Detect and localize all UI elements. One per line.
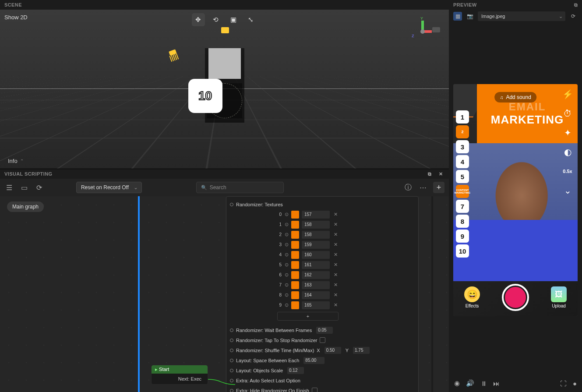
- show-2d-toggle[interactable]: Show 2D: [4, 14, 28, 21]
- upload-button[interactable]: 🖼 Upload: [551, 286, 567, 308]
- hide-checkbox[interactable]: [312, 388, 317, 392]
- texture-swatch[interactable]: [291, 251, 299, 259]
- move-tool[interactable]: ✥: [192, 13, 205, 26]
- rank-item[interactable]: 22: [456, 125, 469, 138]
- rank-item[interactable]: 5: [456, 170, 469, 183]
- randomizer-node[interactable]: Randomizer: Textures 0 ⊙ 157 ✕1 ⊙ 158 ✕2…: [226, 196, 419, 392]
- link-icon[interactable]: ⊙: [284, 232, 289, 237]
- search-input[interactable]: Search: [196, 182, 284, 193]
- space-value[interactable]: 85.00: [303, 357, 325, 364]
- rank-item[interactable]: CONTENT MARKETING6: [456, 185, 469, 198]
- refresh-icon[interactable]: ⟳: [569, 12, 578, 21]
- flash-icon[interactable]: ⚡: [562, 88, 573, 100]
- effects-button[interactable]: 😄 Effects: [464, 286, 480, 308]
- tap-stop-checkbox[interactable]: [320, 337, 325, 343]
- rank-item[interactable]: 7: [456, 200, 469, 213]
- remove-texture-button[interactable]: ✕: [332, 252, 339, 258]
- more-icon[interactable]: ⋯: [418, 183, 428, 192]
- texture-swatch[interactable]: [291, 221, 299, 229]
- texture-swatch[interactable]: [291, 291, 299, 299]
- input-port[interactable]: [230, 369, 233, 372]
- rank-item[interactable]: 3: [456, 140, 469, 153]
- rank-item[interactable]: 9: [456, 230, 469, 243]
- remove-texture-button[interactable]: ✕: [332, 272, 339, 278]
- chevron-down-icon[interactable]: ⌄: [562, 185, 573, 196]
- start-node[interactable]: ▸ Start Next: Exec: [151, 365, 208, 385]
- texture-swatch[interactable]: [291, 271, 299, 279]
- link-icon[interactable]: ⊙: [284, 262, 289, 268]
- preview-file-dropdown[interactable]: Image.jpeg: [478, 11, 565, 21]
- remove-texture-button[interactable]: ✕: [332, 222, 339, 227]
- texture-name-field[interactable]: 158: [302, 231, 330, 239]
- beauty-icon[interactable]: ◐: [562, 146, 573, 158]
- add-node-button[interactable]: +: [433, 182, 444, 193]
- input-port[interactable]: [230, 349, 233, 352]
- refresh-icon[interactable]: ⟳: [34, 183, 44, 192]
- texture-name-field[interactable]: 164: [302, 291, 330, 299]
- link-icon[interactable]: ⊙: [284, 292, 289, 298]
- shuffle-x[interactable]: 0.50: [325, 347, 341, 354]
- scale-tool[interactable]: ▣: [227, 13, 240, 26]
- rank-item[interactable]: 1: [456, 110, 469, 124]
- wait-frames-value[interactable]: 0.05: [316, 327, 333, 334]
- rank-item[interactable]: 4: [456, 155, 469, 168]
- texture-name-field[interactable]: 163: [302, 281, 330, 289]
- input-port[interactable]: [230, 203, 233, 206]
- info-icon[interactable]: ⓘ: [403, 183, 413, 192]
- timer-icon[interactable]: ⏱: [562, 108, 573, 119]
- texture-name-field[interactable]: 159: [302, 241, 330, 249]
- remove-texture-button[interactable]: ✕: [332, 232, 339, 237]
- texture-swatch[interactable]: [291, 231, 299, 239]
- remove-texture-button[interactable]: ✕: [332, 292, 339, 298]
- input-port[interactable]: [230, 359, 233, 362]
- remove-texture-button[interactable]: ✕: [332, 242, 339, 247]
- image-mode-icon[interactable]: ▦: [453, 12, 462, 21]
- link-icon[interactable]: ⊙: [284, 212, 289, 217]
- link-icon[interactable]: ⊙: [284, 222, 289, 227]
- link-icon[interactable]: ⊙: [284, 282, 289, 288]
- texture-name-field[interactable]: 157: [302, 211, 330, 219]
- link-icon[interactable]: ⊙: [284, 252, 289, 258]
- remove-texture-button[interactable]: ✕: [332, 212, 339, 217]
- scene-object[interactable]: 10: [205, 48, 244, 123]
- input-port[interactable]: [230, 339, 233, 342]
- texture-swatch[interactable]: [291, 281, 299, 289]
- close-icon[interactable]: ✕: [437, 170, 444, 177]
- camera-icon[interactable]: [432, 27, 440, 32]
- axis-gizmo[interactable]: Y X Z: [412, 21, 434, 42]
- camera-mode-icon[interactable]: 📷: [466, 12, 474, 21]
- reset-mode-dropdown[interactable]: Reset on Record Off: [76, 182, 142, 193]
- texture-swatch[interactable]: [291, 211, 299, 219]
- frame-icon[interactable]: ▭: [19, 183, 29, 192]
- texture-swatch[interactable]: [291, 301, 299, 309]
- link-icon[interactable]: ⊙: [284, 242, 289, 247]
- info-toggle[interactable]: Info: [8, 158, 24, 164]
- rank-item[interactable]: 8: [456, 215, 469, 228]
- hamburger-icon[interactable]: ☰: [4, 183, 14, 192]
- texture-name-field[interactable]: 160: [302, 251, 330, 259]
- filters-icon[interactable]: ✦: [562, 127, 573, 138]
- remove-texture-button[interactable]: ✕: [332, 262, 339, 268]
- popout-icon[interactable]: ⧉: [426, 170, 433, 177]
- texture-swatch[interactable]: [291, 241, 299, 249]
- record-button[interactable]: [502, 284, 529, 311]
- graph-canvas[interactable]: Main graph Randomizer: Textures 0 ⊙ 157 …: [0, 196, 449, 392]
- transform-tool[interactable]: ⤡: [244, 13, 257, 26]
- main-graph-tab[interactable]: Main graph: [7, 201, 44, 212]
- record-icon[interactable]: ●: [573, 380, 577, 387]
- pause-icon[interactable]: ⏸: [480, 380, 487, 387]
- shuffle-y[interactable]: 1.75: [353, 347, 370, 354]
- texture-name-field[interactable]: 165: [302, 301, 330, 309]
- texture-swatch[interactable]: [291, 261, 299, 269]
- remove-texture-button[interactable]: ✕: [332, 282, 339, 288]
- expand-icon[interactable]: ⛶: [560, 380, 567, 387]
- popout-icon[interactable]: ⧉: [574, 2, 578, 8]
- add-sound-button[interactable]: Add sound: [494, 92, 536, 102]
- texture-name-field[interactable]: 162: [302, 271, 330, 279]
- tiktok-icon[interactable]: ◉: [454, 379, 460, 387]
- link-icon[interactable]: ⊙: [284, 272, 289, 278]
- step-icon[interactable]: ⏭: [493, 380, 500, 387]
- texture-name-field[interactable]: 161: [302, 261, 330, 269]
- scale-value[interactable]: 0.12: [287, 367, 304, 374]
- rank-item[interactable]: 10: [456, 244, 469, 258]
